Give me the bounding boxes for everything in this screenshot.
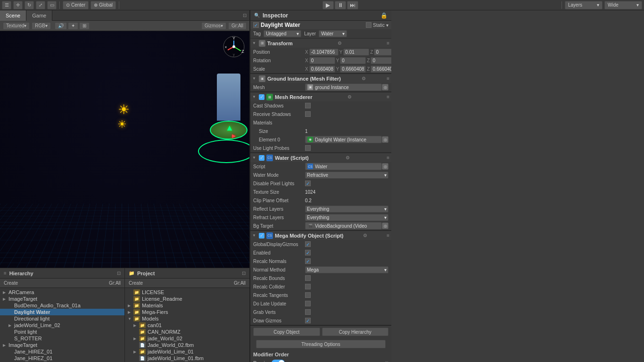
- hierarchy-item[interactable]: S_ROTTER: [0, 335, 124, 342]
- hierarchy-item[interactable]: Directional light: [0, 315, 124, 322]
- use-light-probes-check[interactable]: [305, 145, 311, 151]
- project-item[interactable]: 📁 LICENSE: [125, 289, 249, 296]
- global-gizmos-check[interactable]: [305, 241, 311, 247]
- hierarchy-item[interactable]: ▶ ImageTarget: [0, 296, 124, 302]
- project-item[interactable]: 📄 jadeWorld_Lime_01.fbm: [125, 355, 249, 362]
- copy-object-btn[interactable]: Copy Object: [253, 328, 320, 336]
- scene-view-mode[interactable]: ⊞: [79, 22, 90, 30]
- mesh-filter-gear[interactable]: ⚙: [362, 76, 366, 81]
- mega-modify-menu[interactable]: ≡: [387, 233, 389, 238]
- axis-gizmo[interactable]: Y y x Z: [222, 35, 246, 59]
- water-mode-dropdown[interactable]: Refractive ▾: [305, 172, 388, 179]
- project-item[interactable]: ▶ 📁 Materials: [125, 302, 249, 309]
- normal-method-dropdown[interactable]: Mega ▾: [305, 266, 388, 273]
- hierarchy-item[interactable]: Daylight Water: [0, 309, 124, 315]
- hierarchy-item[interactable]: Jane_HIREZ_01: [0, 348, 124, 355]
- hierarchy-item[interactable]: Jane_HIREZ_01: [0, 355, 124, 362]
- project-gr-all[interactable]: Gr:All: [232, 280, 248, 286]
- recalc-bounds-check[interactable]: [305, 275, 311, 281]
- tool-rotate[interactable]: ↻: [25, 1, 34, 9]
- project-item[interactable]: 📁 CAN_NORMZ: [125, 329, 249, 335]
- mesh-renderer-menu[interactable]: ≡: [387, 94, 389, 99]
- static-dropdown-arrow[interactable]: ▾: [386, 23, 388, 28]
- water-script-header[interactable]: ▼ ✓ CS Water (Script) ⚙ ≡: [250, 153, 391, 162]
- tool-move[interactable]: ✛: [13, 1, 23, 9]
- bg-target-value[interactable]: 🎬 VideoBackground (Video: [305, 222, 382, 230]
- mesh-filter-menu[interactable]: ≡: [387, 76, 389, 81]
- hierarchy-item[interactable]: BudDemo_Audio_Track_01a: [0, 302, 124, 309]
- scale-x-input[interactable]: [309, 66, 335, 73]
- script-select[interactable]: ◎: [382, 163, 388, 170]
- tool-scale[interactable]: ⤢: [36, 1, 45, 9]
- rgb-dropdown[interactable]: RGB ▾: [32, 22, 51, 30]
- mesh-filter-header[interactable]: ▼ ▣ Ground Instance (Mesh Filter) ⚙ ≡: [250, 74, 391, 83]
- layers-dropdown[interactable]: Layers ▾: [565, 1, 603, 9]
- mesh-renderer-gear[interactable]: ⚙: [347, 94, 352, 99]
- preview-expand-icon[interactable]: ⊡: [385, 361, 388, 362]
- hierarchy-maximize[interactable]: ⊡: [117, 271, 121, 276]
- grab-verts-check[interactable]: [305, 309, 311, 315]
- pos-y-input[interactable]: [343, 49, 369, 56]
- tool-rect[interactable]: ▭: [47, 1, 57, 9]
- maximize-icon[interactable]: ⊡: [243, 13, 249, 18]
- play-button[interactable]: ▶: [322, 1, 334, 9]
- mega-modify-enable[interactable]: ✓: [259, 233, 264, 239]
- object-enable-check[interactable]: [253, 22, 259, 28]
- project-item[interactable]: ▶ 📁 jadeWorld_Lime_01: [125, 348, 249, 355]
- rot-z-input[interactable]: [371, 57, 391, 64]
- recalc-tangents-check[interactable]: [305, 292, 311, 298]
- copy-hierarchy-btn[interactable]: Copy Hierarchy: [322, 328, 389, 336]
- tab-scene[interactable]: Scene: [0, 10, 26, 21]
- step-button[interactable]: ⏭: [347, 1, 358, 9]
- hierarchy-item[interactable]: ▶ ImageTarget: [0, 342, 124, 348]
- project-item[interactable]: ▶ 📁 jade_World_02: [125, 335, 249, 342]
- scene-viewport[interactable]: ☀ ☀ Y y x: [0, 31, 249, 268]
- tab-game[interactable]: Game: [26, 10, 52, 21]
- hierarchy-item[interactable]: ▶ jadeWorld_Lime_02: [0, 322, 124, 329]
- audio-toggle[interactable]: 🔊: [55, 22, 67, 30]
- project-item[interactable]: ▶ 📁 can01: [125, 322, 249, 329]
- mesh-select-btn[interactable]: ◎: [382, 84, 388, 90]
- pos-x-input[interactable]: [309, 49, 339, 56]
- scale-z-input[interactable]: [371, 66, 391, 73]
- recalc-collider-check[interactable]: [305, 284, 311, 289]
- transform-gear-icon[interactable]: ⚙: [338, 41, 342, 46]
- project-item[interactable]: 📁 License_Readme: [125, 296, 249, 302]
- project-create-btn[interactable]: Create: [127, 280, 145, 286]
- pause-button[interactable]: ⏸: [335, 1, 346, 9]
- project-maximize[interactable]: ⊡: [242, 271, 246, 276]
- scale-y-input[interactable]: [340, 66, 366, 73]
- fx-toggle[interactable]: ✦: [68, 22, 78, 30]
- rot-y-input[interactable]: [340, 57, 366, 64]
- pivot-button[interactable]: ⊙ Center: [63, 1, 89, 9]
- hierarchy-create-btn[interactable]: Create: [2, 280, 20, 286]
- water-script-gear[interactable]: ⚙: [346, 155, 350, 160]
- script-value[interactable]: CS Water: [305, 163, 382, 170]
- element0-value[interactable]: ◉ Daylight Water (Instance: [305, 136, 382, 143]
- static-check[interactable]: Static ▾: [366, 22, 388, 28]
- water-script-menu[interactable]: ≡: [387, 155, 389, 160]
- mesh-value[interactable]: ▣ ground Instance: [305, 83, 382, 91]
- space-button[interactable]: ⊕ Global: [91, 1, 116, 9]
- inspector-scroll-area[interactable]: Daylight Water Static ▾ Tag Untagged ▾ L…: [250, 21, 391, 362]
- project-item[interactable]: ▶ 📁 Mega-Fiers: [125, 309, 249, 315]
- receive-shadows-check[interactable]: [305, 111, 311, 117]
- mesh-renderer-header[interactable]: ▼ ✓ ▦ Mesh Renderer ⚙ ≡: [250, 92, 391, 101]
- static-checkbox[interactable]: [366, 22, 372, 28]
- wide-dropdown[interactable]: Wide ▾: [604, 1, 642, 9]
- inspector-lock[interactable]: 🔒: [380, 12, 388, 19]
- tool-hand[interactable]: ☰: [2, 1, 11, 9]
- layer-dropdown[interactable]: Water ▾: [319, 30, 347, 37]
- mode-dropdown[interactable]: Textured ▾: [3, 22, 30, 30]
- project-item[interactable]: 📄 Jade_World_02.fbm: [125, 342, 249, 348]
- enabled-check[interactable]: [305, 250, 311, 255]
- mega-modify-gear[interactable]: ⚙: [363, 233, 367, 238]
- threading-options-btn[interactable]: Threading Options: [256, 340, 386, 348]
- preview-toggle[interactable]: [272, 360, 285, 362]
- refract-layers-dropdown[interactable]: Everything ▾: [305, 214, 388, 221]
- tag-dropdown[interactable]: Untagged ▾: [264, 30, 301, 37]
- mega-modify-header[interactable]: ▼ ✓ CS Mega Modify Object (Script) ⚙ ≡: [250, 230, 391, 240]
- element0-select[interactable]: ◎: [382, 136, 388, 143]
- hierarchy-item[interactable]: Point light: [0, 329, 124, 335]
- water-script-enable[interactable]: ✓: [259, 155, 264, 161]
